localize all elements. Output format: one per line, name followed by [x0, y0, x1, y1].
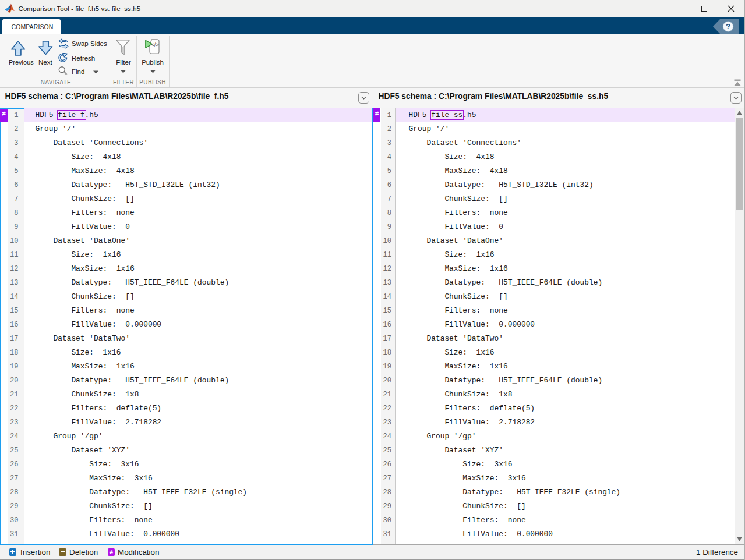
svg-text:?: ?: [726, 22, 730, 31]
svg-text:</>: </>: [151, 41, 159, 48]
